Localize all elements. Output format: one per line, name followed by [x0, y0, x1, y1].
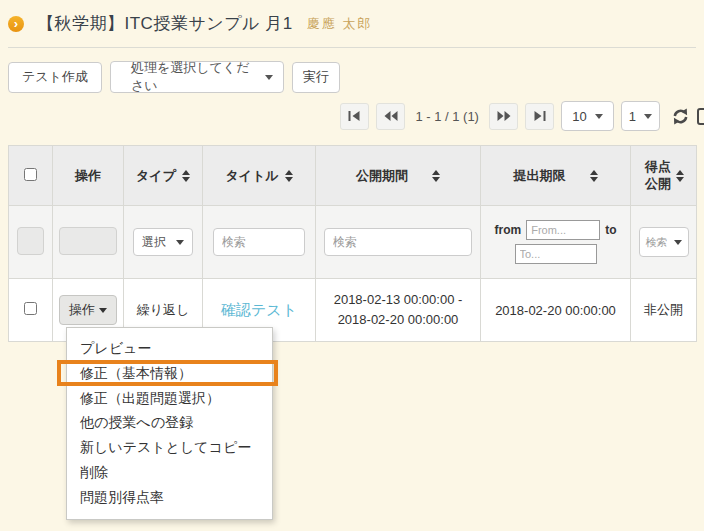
column-header-type[interactable]: タイプ	[124, 146, 203, 206]
window-icon[interactable]	[697, 108, 704, 125]
filter-checkbox-cell	[9, 206, 53, 279]
row-score-cell: 非公開	[631, 279, 697, 342]
row-checkbox[interactable]	[24, 302, 37, 315]
page-number-value: 1	[629, 109, 636, 124]
toolbar: テスト作成 処理を選択してください 実行	[8, 61, 340, 93]
column-label: 公開期間	[356, 167, 408, 185]
row-deadline-cell: 2018-02-20 00:00:00	[481, 279, 631, 342]
action-context-menu: プレビュー 修正（基本情報） 修正（出題問題選択） 他の授業への登録 新しいテス…	[66, 327, 273, 520]
filter-action-cell	[53, 206, 124, 279]
sort-icon[interactable]	[182, 170, 190, 182]
page-size-value: 10	[572, 109, 586, 124]
next-page-button[interactable]	[489, 103, 518, 130]
chevron-down-icon	[176, 240, 184, 245]
disabled-filter-box	[17, 227, 44, 255]
row-action-button[interactable]: 操作	[59, 295, 117, 325]
score-filter-select[interactable]: 検索	[639, 227, 689, 257]
period-search-input[interactable]	[324, 228, 472, 256]
menu-item-preview[interactable]: プレビュー	[67, 336, 272, 361]
menu-item-register-other-class[interactable]: 他の授業への登録	[67, 410, 272, 435]
page-number-select[interactable]: 1	[621, 101, 660, 131]
title-search-input[interactable]	[213, 228, 305, 256]
sort-icon[interactable]	[285, 170, 293, 182]
last-page-icon	[533, 111, 546, 121]
menu-item-delete[interactable]: 削除	[67, 460, 272, 485]
type-filter-value: 選択	[142, 234, 166, 251]
chevron-down-icon	[674, 240, 682, 245]
column-header-score[interactable]: 得点公開	[631, 146, 697, 206]
column-header-title[interactable]: タイトル	[203, 146, 316, 206]
test-management-page: › 【秋学期】ITC授業サンプル 月1 慶應 太郎 テスト作成 処理を選択してく…	[0, 0, 704, 531]
sort-icon[interactable]	[676, 170, 684, 182]
chevron-down-icon	[644, 114, 652, 119]
tests-table: 操作 タイプ タイトル 公開期間 提出期限 得点公開	[8, 145, 697, 342]
chevron-down-icon	[99, 308, 107, 313]
row-period-cell: 2018-02-13 00:00:00 - 2018-02-20 00:00:0…	[316, 279, 481, 342]
to-label: to	[605, 223, 616, 237]
chevron-badge-icon[interactable]: ›	[8, 16, 24, 32]
column-header-period[interactable]: 公開期間	[316, 146, 481, 206]
refresh-icon[interactable]	[671, 107, 690, 126]
filter-period-cell	[316, 206, 481, 279]
menu-item-score-rate-by-question[interactable]: 問題別得点率	[67, 485, 272, 510]
action-select-value: 処理を選択してください	[131, 59, 257, 95]
from-label: from	[495, 223, 522, 237]
filter-deadline-cell: from to	[481, 206, 631, 279]
score-filter-value: 検索	[646, 235, 668, 250]
filter-title-cell	[203, 206, 316, 279]
filter-type-cell: 選択	[124, 206, 203, 279]
menu-item-edit-basic-info[interactable]: 修正（基本情報）	[67, 361, 272, 386]
pagination-bar: 1 - 1 / 1 (1) 10 1	[340, 100, 704, 132]
deadline-to-input[interactable]	[515, 244, 597, 264]
table-header-row: 操作 タイプ タイトル 公開期間 提出期限 得点公開	[9, 146, 697, 206]
header-divider	[8, 47, 696, 48]
chevron-down-icon	[265, 75, 273, 80]
column-label: 操作	[75, 168, 101, 183]
column-label: 提出期限	[514, 167, 566, 185]
select-all-cell	[9, 146, 53, 206]
select-all-checkbox[interactable]	[24, 168, 37, 181]
test-title-link[interactable]: 確認テスト	[221, 301, 297, 318]
menu-item-copy-as-new-test[interactable]: 新しいテストとしてコピー	[67, 435, 272, 460]
chevron-down-icon	[595, 114, 603, 119]
pagination-range: 1 - 1 / 1 (1)	[415, 109, 479, 124]
page-size-select[interactable]: 10	[561, 101, 613, 131]
execute-button[interactable]: 実行	[292, 62, 340, 93]
page-header: › 【秋学期】ITC授業サンプル 月1 慶應 太郎	[8, 12, 372, 35]
user-name[interactable]: 慶應 太郎	[307, 15, 373, 33]
first-page-icon	[348, 111, 361, 121]
menu-item-edit-question-selection[interactable]: 修正（出題問題選択）	[67, 386, 272, 411]
column-label: 得点公開	[643, 159, 673, 193]
action-select[interactable]: 処理を選択してください	[110, 61, 284, 93]
column-label: タイプ	[136, 167, 176, 185]
prev-page-button[interactable]	[376, 103, 405, 130]
row-checkbox-cell	[9, 279, 53, 342]
row-action-label: 操作	[69, 301, 95, 319]
column-header-action: 操作	[53, 146, 124, 206]
prev-page-icon	[384, 111, 398, 121]
next-page-icon	[497, 111, 511, 121]
filter-score-cell: 検索	[631, 206, 697, 279]
sort-icon[interactable]	[590, 170, 598, 182]
page-title: 【秋学期】ITC授業サンプル 月1	[37, 12, 293, 35]
type-filter-select[interactable]: 選択	[133, 228, 193, 256]
column-header-deadline[interactable]: 提出期限	[481, 146, 631, 206]
column-label: タイトル	[225, 167, 278, 185]
disabled-filter-box	[59, 227, 117, 255]
sort-icon[interactable]	[432, 170, 440, 182]
create-test-button[interactable]: テスト作成	[8, 62, 102, 93]
first-page-button[interactable]	[340, 103, 369, 130]
deadline-from-input[interactable]	[526, 220, 600, 240]
filter-row: 選択 from to	[9, 206, 697, 279]
last-page-button[interactable]	[525, 103, 554, 130]
